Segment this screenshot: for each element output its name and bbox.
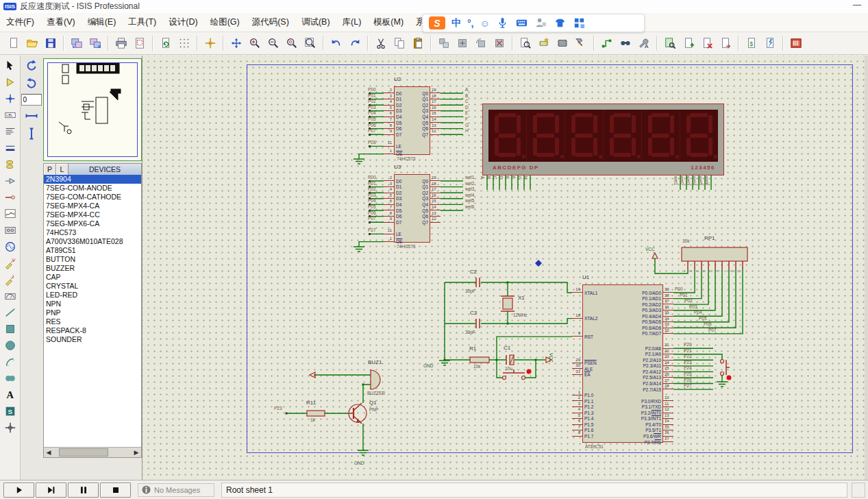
minimize-button[interactable]: —: [853, 0, 861, 10]
emoji-picker-icon[interactable]: ☺: [480, 16, 490, 30]
mark-output-area-icon[interactable]: [130, 34, 149, 53]
device-item-a700v336m010ate028[interactable]: A700V336M010ATE028: [44, 237, 141, 246]
origin-icon[interactable]: [201, 34, 219, 53]
copy-icon[interactable]: [390, 34, 408, 53]
voice-input-icon[interactable]: [496, 16, 509, 30]
device-item-pnp[interactable]: PNP: [44, 308, 141, 317]
device-item-2n3904[interactable]: 2N3904: [44, 175, 141, 184]
device-item-respack-8[interactable]: RESPACK-8: [44, 326, 141, 335]
export-section-icon[interactable]: [86, 34, 104, 53]
bus-mode-icon[interactable]: [1, 140, 19, 156]
search-tag-icon[interactable]: [616, 34, 634, 53]
new-file-icon[interactable]: [4, 34, 23, 53]
message-box[interactable]: No Messages: [138, 483, 214, 497]
arc-2d-icon[interactable]: [1, 354, 19, 369]
pause-button[interactable]: [68, 483, 99, 498]
menu-design[interactable]: 设计(D): [162, 14, 203, 31]
block-delete-icon[interactable]: [490, 34, 508, 53]
decompose-icon[interactable]: [571, 34, 590, 53]
bill-of-materials-icon[interactable]: $: [742, 34, 760, 53]
seven-segment-display[interactable]: ABCDEFG DP123456: [482, 104, 724, 175]
pick-parts-button[interactable]: P: [44, 164, 56, 175]
device-item-7seg-mpx4-cc[interactable]: 7SEG-MPX4-CC: [44, 210, 141, 219]
sogou-logo-icon[interactable]: S: [429, 16, 445, 30]
library-button[interactable]: L: [56, 164, 69, 175]
menu-library[interactable]: 库(L): [336, 14, 368, 31]
path-2d-icon[interactable]: [1, 370, 19, 386]
zoom-area-icon[interactable]: [301, 34, 319, 53]
current-probe-icon[interactable]: I: [1, 271, 19, 287]
device-item-crystal[interactable]: CRYSTAL: [44, 282, 141, 291]
redraw-icon[interactable]: [156, 34, 175, 53]
scroll-left-icon[interactable]: ◀: [44, 449, 53, 456]
marker-2d-icon[interactable]: [1, 419, 19, 435]
device-item-npn[interactable]: NPN: [44, 300, 141, 308]
goto-sheet-icon[interactable]: [716, 34, 734, 53]
design-explorer-icon[interactable]: [660, 34, 679, 53]
soft-keyboard-icon[interactable]: [515, 16, 528, 30]
schematic-canvas[interactable]: U274HC5732D0P003D1P014D2P025D3P036D4P047…: [142, 56, 865, 480]
ime-toolbox-icon[interactable]: [573, 16, 586, 30]
sheet-name-field[interactable]: Root sheet 1: [221, 483, 847, 498]
menu-file[interactable]: 文件(F): [0, 14, 40, 31]
menu-source[interactable]: 源代码(S): [246, 14, 295, 31]
skin-person-icon[interactable]: [534, 16, 547, 30]
device-item-sounder[interactable]: SOUNDER: [44, 335, 141, 344]
make-device-icon[interactable]: [534, 34, 553, 53]
wire-autorouter-icon[interactable]: [597, 34, 616, 53]
voltage-probe-icon[interactable]: V: [1, 255, 19, 271]
block-rotate-icon[interactable]: [471, 34, 490, 53]
paste-icon[interactable]: [408, 34, 427, 53]
stop-button[interactable]: [100, 483, 131, 498]
import-section-icon[interactable]: [67, 34, 86, 53]
zoom-in-icon[interactable]: [245, 34, 264, 53]
electrical-rule-check-icon[interactable]: [760, 34, 779, 53]
mirror-vertical-icon[interactable]: [23, 126, 40, 141]
device-item-cap[interactable]: CAP: [44, 273, 141, 282]
device-item-74hc573[interactable]: 74HC573: [44, 228, 141, 237]
wire-label-icon[interactable]: LBL: [1, 107, 19, 123]
device-item-button[interactable]: BUTTON: [44, 255, 141, 264]
rotation-angle-input[interactable]: [21, 94, 42, 106]
device-item-7seg-mpx6-ca[interactable]: 7SEG-MPX6-CA: [44, 219, 141, 228]
redo-icon[interactable]: [345, 34, 364, 53]
menu-view[interactable]: 查看(V): [40, 14, 82, 31]
component-mode-icon[interactable]: [1, 74, 19, 90]
terminal-mode-icon[interactable]: [1, 173, 19, 188]
device-item-7seg-com-anode[interactable]: 7SEG-COM-ANODE: [44, 184, 141, 193]
menu-debug[interactable]: 调试(B): [295, 14, 336, 31]
device-item-res[interactable]: RES: [44, 317, 141, 326]
device-item-buzzer[interactable]: BUZZER: [44, 264, 141, 273]
symbol-2d-icon[interactable]: S: [1, 403, 19, 419]
text-2d-icon[interactable]: A: [1, 387, 19, 402]
toggle-grid-icon[interactable]: [175, 34, 193, 53]
chinese-mode-icon[interactable]: 中: [451, 16, 461, 30]
play-button[interactable]: [3, 483, 34, 498]
graph-mode-icon[interactable]: [1, 206, 19, 221]
menu-graph[interactable]: 绘图(G): [204, 14, 246, 31]
pick-device-icon[interactable]: [516, 34, 534, 53]
virtual-instruments-icon[interactable]: [1, 288, 19, 304]
new-sheet-icon[interactable]: [679, 34, 697, 53]
scrollbar-thumb[interactable]: [59, 448, 108, 457]
subcircuit-mode-icon[interactable]: [1, 156, 19, 172]
device-item-at89c51[interactable]: AT89C51: [44, 246, 141, 255]
block-move-icon[interactable]: [453, 34, 471, 53]
rotate-cw-icon[interactable]: [23, 58, 40, 73]
overview-window[interactable]: [43, 58, 142, 161]
device-item-led-red[interactable]: LED-RED: [44, 291, 141, 300]
save-design-icon[interactable]: [41, 34, 60, 53]
remove-sheet-icon[interactable]: [697, 34, 716, 53]
block-copy-icon[interactable]: [434, 34, 453, 53]
scroll-right-icon[interactable]: ▶: [132, 449, 141, 456]
device-pin-mode-icon[interactable]: [1, 189, 19, 205]
junction-dot-icon[interactable]: [1, 90, 19, 106]
tape-recorder-icon[interactable]: [1, 222, 19, 238]
text-script-icon[interactable]: [1, 123, 19, 139]
property-assignment-icon[interactable]: A: [634, 34, 653, 53]
circle-2d-icon[interactable]: [1, 337, 19, 353]
device-item-7seg-com-cathode[interactable]: 7SEG-COM-CATHODE: [44, 193, 141, 202]
zoom-all-icon[interactable]: [282, 34, 301, 53]
menu-tools[interactable]: 工具(T): [122, 14, 162, 31]
skin-shirt-icon[interactable]: [554, 16, 567, 30]
